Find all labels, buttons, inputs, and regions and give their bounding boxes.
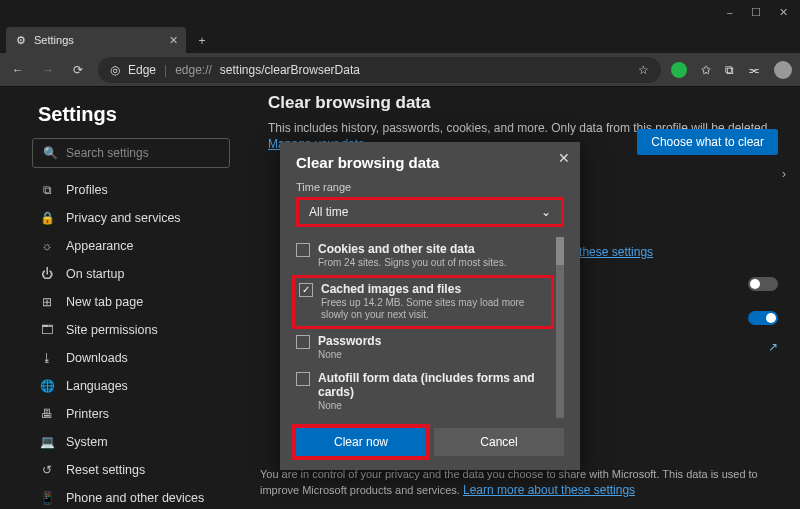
sidebar-item[interactable]: ⧉Profiles [32, 176, 230, 204]
time-range-label: Time range [296, 181, 564, 193]
sidebar-item-icon: 💻 [40, 435, 54, 449]
sidebar-item-label: Privacy and services [66, 211, 181, 225]
sidebar-item[interactable]: 🔒Privacy and services [32, 204, 230, 232]
time-range-value: All time [309, 205, 348, 219]
options-list[interactable]: Cookies and other site dataFrom 24 sites… [296, 237, 564, 418]
sidebar-item-icon: 📱 [40, 491, 54, 505]
address-path: settings/clearBrowserData [220, 63, 360, 77]
sidebar-title: Settings [38, 103, 230, 126]
dialog-close-button[interactable]: ✕ [558, 150, 570, 166]
address-bar[interactable]: ◎ Edge | edge://settings/clearBrowserDat… [98, 57, 661, 83]
tab-title: Settings [34, 34, 74, 46]
option-title: Cookies and other site data [318, 242, 475, 256]
new-tab-button[interactable]: + [190, 29, 214, 53]
sidebar-item-icon: 🖶 [40, 407, 54, 421]
sidebar-item-icon: ⊞ [40, 295, 54, 309]
sidebar-item[interactable]: 📱Phone and other devices [32, 484, 230, 509]
popout-icon[interactable]: ↗ [768, 340, 778, 354]
sidebar-item-icon: ⏻ [40, 267, 54, 281]
checkbox[interactable]: ✓ [299, 283, 313, 297]
clear-option[interactable]: PasswordsNone [296, 329, 550, 367]
sidebar-item-label: New tab page [66, 295, 143, 309]
sidebar-item[interactable]: ⏻On startup [32, 260, 230, 288]
sidebar-item-label: Languages [66, 379, 128, 393]
sidebar-item[interactable]: ↺Reset settings [32, 456, 230, 484]
window-min-button[interactable]: − [727, 7, 733, 19]
sidebar-item[interactable]: ☼Appearance [32, 232, 230, 260]
gear-icon: ⚙ [16, 34, 26, 47]
option-sub: None [318, 400, 550, 413]
expand-chevron-icon[interactable]: › [782, 167, 786, 181]
address-protocol: edge:// [175, 63, 212, 77]
bookmark-star-icon[interactable]: ☆ [638, 63, 649, 77]
sidebar-item-label: System [66, 435, 108, 449]
search-input[interactable]: 🔍 Search settings [32, 138, 230, 168]
tab-settings[interactable]: ⚙ Settings ✕ [6, 27, 186, 53]
option-sub: None [318, 349, 550, 362]
sidebar-item-icon: 🗔 [40, 323, 54, 337]
sidebar-item-label: Profiles [66, 183, 108, 197]
back-button[interactable]: ← [8, 63, 28, 77]
sidebar-item[interactable]: 💻System [32, 428, 230, 456]
clear-option[interactable]: Cookies and other site dataFrom 24 sites… [296, 237, 550, 275]
page-title: Clear browsing data [268, 93, 782, 113]
search-icon: 🔍 [43, 146, 58, 160]
clear-now-button[interactable]: Clear now [296, 428, 426, 456]
sidebar-item-label: Reset settings [66, 463, 145, 477]
sidebar-item-label: Phone and other devices [66, 491, 204, 505]
grammarly-icon[interactable] [671, 62, 687, 78]
choose-what-to-clear-button[interactable]: Choose what to clear [637, 129, 778, 155]
collections-icon[interactable]: ⧉ [725, 63, 734, 77]
option-title: Autofill form data (includes forms and c… [318, 371, 535, 399]
tab-strip: ⚙ Settings ✕ + [0, 25, 800, 53]
edge-label: Edge [128, 63, 156, 77]
sidebar-item[interactable]: ⊞New tab page [32, 288, 230, 316]
search-placeholder: Search settings [66, 146, 149, 160]
reload-button[interactable]: ⟳ [68, 63, 88, 77]
option-title: Cached images and files [321, 282, 461, 296]
sidebar-item-label: Printers [66, 407, 109, 421]
sidebar-item[interactable]: 🖶Printers [32, 400, 230, 428]
sidebar-item[interactable]: 🌐Languages [32, 372, 230, 400]
sidebar-item-label: Downloads [66, 351, 128, 365]
clear-browsing-data-dialog: ✕ Clear browsing data Time range All tim… [280, 142, 580, 470]
sidebar-item-icon: ↺ [40, 463, 54, 477]
window-close-button[interactable]: ✕ [779, 6, 788, 19]
window-title-bar: − ☐ ✕ [0, 0, 800, 25]
checkbox[interactable] [296, 335, 310, 349]
sidebar-item-label: On startup [66, 267, 124, 281]
time-range-select[interactable]: All time ⌄ [296, 197, 564, 227]
edge-icon: ◎ [110, 63, 120, 77]
option-sub: From 24 sites. Signs you out of most sit… [318, 257, 550, 270]
settings-sidebar: Settings 🔍 Search settings ⧉Profiles🔒Pri… [0, 87, 250, 509]
profile-avatar[interactable] [774, 61, 792, 79]
sidebar-item-icon: ⭳ [40, 351, 54, 365]
toggle-on[interactable] [748, 311, 778, 325]
tab-close-icon[interactable]: ✕ [169, 34, 178, 47]
clear-option[interactable]: ✓Cached images and filesFrees up 14.2 MB… [292, 275, 554, 329]
toolbar: ← → ⟳ ◎ Edge | edge://settings/clearBrow… [0, 53, 800, 87]
option-title: Passwords [318, 334, 381, 348]
checkbox[interactable] [296, 243, 310, 257]
checkbox[interactable] [296, 372, 310, 386]
option-sub: Frees up 14.2 MB. Some sites may load mo… [321, 297, 547, 322]
clear-option[interactable]: Autofill form data (includes forms and c… [296, 366, 550, 418]
sidebar-item-label: Site permissions [66, 323, 158, 337]
footer-text: You are in control of your privacy and t… [260, 467, 782, 499]
sidebar-item[interactable]: ⭳Downloads [32, 344, 230, 372]
chevron-down-icon: ⌄ [541, 205, 551, 219]
learn-more-link[interactable]: Learn more about these settings [463, 483, 635, 497]
sidebar-item-icon: 🌐 [40, 379, 54, 393]
sidebar-item-icon: ☼ [40, 239, 54, 253]
toggle-off[interactable] [748, 277, 778, 291]
dialog-title: Clear browsing data [296, 154, 564, 171]
sidebar-item[interactable]: 🗔Site permissions [32, 316, 230, 344]
favorites-icon[interactable]: ✩ [701, 63, 711, 77]
forward-button: → [38, 63, 58, 77]
cancel-button[interactable]: Cancel [434, 428, 564, 456]
sidebar-item-icon: ⧉ [40, 183, 54, 197]
reading-icon[interactable]: ⫘ [748, 63, 760, 77]
sidebar-item-icon: 🔒 [40, 211, 54, 225]
sidebar-item-label: Appearance [66, 239, 133, 253]
window-max-button[interactable]: ☐ [751, 6, 761, 19]
